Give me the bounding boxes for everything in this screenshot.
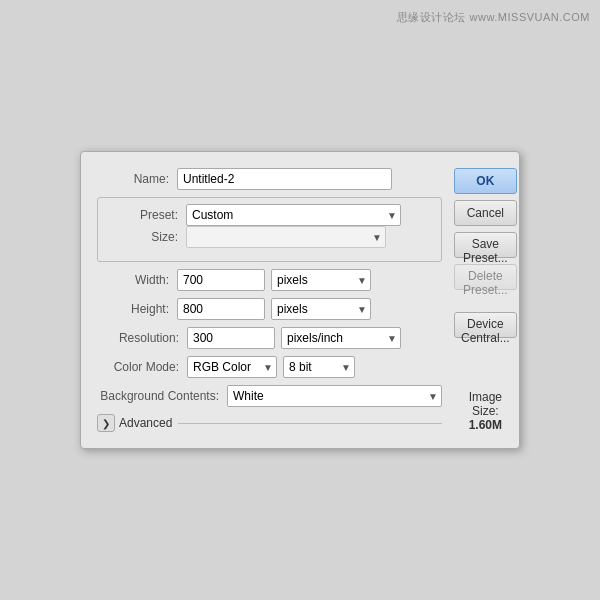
advanced-label: Advanced — [119, 416, 172, 430]
resolution-label: Resolution: — [97, 331, 187, 345]
bit-depth-select[interactable]: 8 bit 16 bit 32 bit — [283, 356, 355, 378]
width-unit-select[interactable]: pixels inches cm mm — [271, 269, 371, 291]
color-mode-wrapper: RGB Color CMYK Color Grayscale Lab Color… — [187, 356, 277, 378]
height-controls: pixels inches cm mm ▼ — [177, 298, 371, 320]
dialog-form: Name: Preset: Custom Default Photoshop S… — [97, 168, 442, 432]
save-preset-button[interactable]: Save Preset... — [454, 232, 517, 258]
preset-select[interactable]: Custom Default Photoshop Size U.S. Paper… — [186, 204, 401, 226]
height-row: Height: pixels inches cm mm ▼ — [97, 298, 442, 320]
background-label: Background Contents: — [97, 389, 227, 403]
name-row: Name: — [97, 168, 442, 190]
height-input[interactable] — [177, 298, 265, 320]
advanced-row: ❯ Advanced — [97, 414, 442, 432]
cancel-button[interactable]: Cancel — [454, 200, 517, 226]
device-central-button[interactable]: Device Central... — [454, 312, 517, 338]
width-input[interactable] — [177, 269, 265, 291]
background-row: Background Contents: White Background Co… — [97, 385, 442, 407]
delete-preset-button[interactable]: Delete Preset... — [454, 264, 517, 290]
size-select[interactable] — [186, 226, 386, 248]
size-select-wrapper: ▼ — [186, 226, 386, 248]
ok-button[interactable]: OK — [454, 168, 517, 194]
preset-label: Preset: — [106, 208, 186, 222]
name-input[interactable] — [177, 168, 392, 190]
dialog-buttons: OK Cancel Save Preset... Delete Preset..… — [454, 168, 517, 432]
height-label: Height: — [97, 302, 177, 316]
color-mode-select[interactable]: RGB Color CMYK Color Grayscale Lab Color… — [187, 356, 277, 378]
size-label: Size: — [106, 230, 186, 244]
image-size-label: Image Size: — [454, 390, 517, 418]
resolution-input[interactable] — [187, 327, 275, 349]
background-wrapper: White Background Color Transparent ▼ — [227, 385, 442, 407]
preset-section: Preset: Custom Default Photoshop Size U.… — [97, 197, 442, 262]
width-unit-wrapper: pixels inches cm mm ▼ — [271, 269, 371, 291]
resolution-unit-select[interactable]: pixels/inch pixels/cm — [281, 327, 401, 349]
color-mode-label: Color Mode: — [97, 360, 187, 374]
resolution-controls: pixels/inch pixels/cm ▼ — [187, 327, 401, 349]
resolution-row: Resolution: pixels/inch pixels/cm ▼ — [97, 327, 442, 349]
image-size-value: 1.60M — [454, 418, 517, 432]
width-controls: pixels inches cm mm ▼ — [177, 269, 371, 291]
bit-depth-wrapper: 8 bit 16 bit 32 bit ▼ — [283, 356, 355, 378]
watermark: 思缘设计论坛 www.MISSVUAN.COM — [397, 10, 590, 25]
chevron-icon: ❯ — [102, 418, 110, 429]
height-unit-select[interactable]: pixels inches cm mm — [271, 298, 371, 320]
resolution-unit-wrapper: pixels/inch pixels/cm ▼ — [281, 327, 401, 349]
advanced-divider — [178, 423, 442, 424]
background-select[interactable]: White Background Color Transparent — [227, 385, 442, 407]
advanced-toggle-icon: ❯ — [97, 414, 115, 432]
preset-row: Preset: Custom Default Photoshop Size U.… — [106, 204, 433, 226]
advanced-toggle[interactable]: ❯ Advanced — [97, 414, 172, 432]
name-label: Name: — [97, 172, 177, 186]
color-mode-controls: RGB Color CMYK Color Grayscale Lab Color… — [187, 356, 355, 378]
preset-select-wrapper: Custom Default Photoshop Size U.S. Paper… — [186, 204, 401, 226]
height-unit-wrapper: pixels inches cm mm ▼ — [271, 298, 371, 320]
image-size-section: Image Size: 1.60M — [454, 382, 517, 432]
color-mode-row: Color Mode: RGB Color CMYK Color Graysca… — [97, 356, 442, 378]
new-document-dialog: Name: Preset: Custom Default Photoshop S… — [80, 151, 520, 449]
size-row: Size: ▼ — [106, 226, 433, 248]
width-row: Width: pixels inches cm mm ▼ — [97, 269, 442, 291]
width-label: Width: — [97, 273, 177, 287]
